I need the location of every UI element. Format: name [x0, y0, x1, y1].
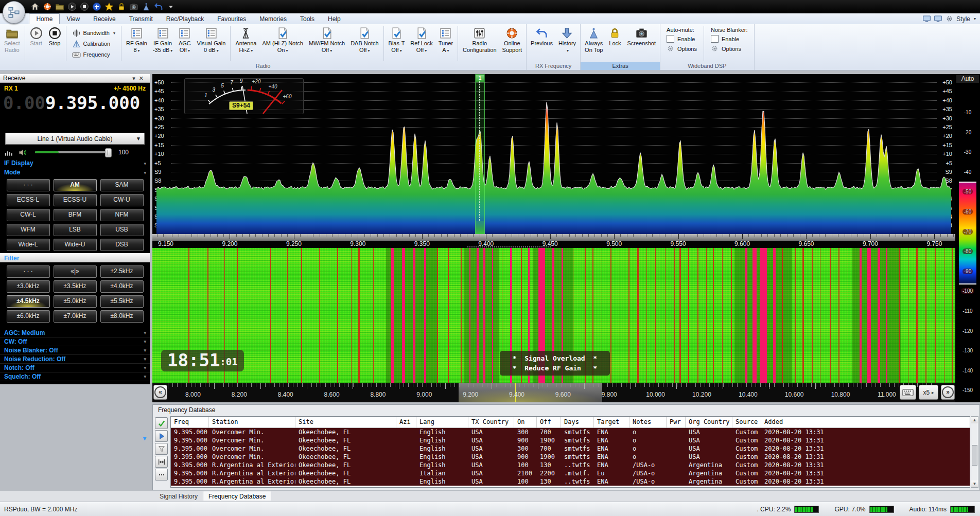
filter-button-3-5khz[interactable]: ±3.5kHz [54, 280, 97, 293]
table-row[interactable]: 9.395.000Overcomer Min.Okeechobee, FLEng… [171, 453, 970, 461]
panel-collapse-icon[interactable]: ▾ [132, 75, 139, 81]
style-button[interactable]: Style [956, 15, 970, 23]
mode-button-item[interactable]: · · · [7, 179, 50, 191]
column-header-tx-country[interactable]: TX Country [468, 417, 514, 428]
column-header-station[interactable]: Station [209, 417, 295, 428]
tuning-marker-label[interactable]: 1 [475, 74, 485, 82]
ribbon-button-select-radio[interactable]: SelectRadio [2, 25, 23, 62]
mode-button-sam[interactable]: SAM [100, 179, 144, 191]
column-header-site[interactable]: Site [295, 417, 396, 428]
mode-button-am[interactable]: AM [54, 179, 97, 191]
column-header-freq[interactable]: Freq [171, 417, 209, 428]
spectrum-display[interactable]: +50+50+45+45+40+40+35+35+30+30+25+25+20+… [152, 74, 955, 248]
mode-button-ecss-u[interactable]: ECSS-U [54, 194, 97, 206]
noise-blanker-options[interactable]: Options [711, 45, 748, 52]
ribbon-button-if-gain-35-db[interactable]: IF Gain-35 dB▾ [150, 25, 175, 62]
table-row[interactable]: 9.395.000Overcomer Min.Okeechobee, FLEng… [171, 444, 970, 453]
tab-tools[interactable]: Tools [293, 14, 321, 24]
ribbon-button-am-hi-z-notch-on[interactable]: AM (Hi-Z) NotchOn▾ [259, 25, 305, 62]
mode-button-cw-u[interactable]: CW-U [100, 194, 144, 206]
home-icon[interactable] [30, 2, 40, 11]
app-menu-button[interactable] [3, 1, 25, 24]
audio-device-select[interactable]: Line 1 (Virtual Audio Cable) ▼ [5, 133, 145, 145]
scrollbar-thumb[interactable] [972, 445, 977, 466]
frequency-display[interactable]: 0.009.395.000 [3, 93, 140, 113]
ribbon-button-screenshot[interactable]: Screenshot [624, 25, 658, 62]
mode-button-wfm[interactable]: WFM [7, 224, 50, 236]
volume-slider[interactable] [35, 151, 110, 153]
equalizer-icon[interactable] [4, 148, 14, 157]
tab-home[interactable]: Home [29, 13, 60, 24]
filter-button-5-0khz[interactable]: ±5.0kHz [54, 295, 97, 308]
band-scale-bar[interactable]: 8.0008.2008.4008.6008.8009.0009.2009.400… [152, 383, 955, 402]
section-if-display[interactable]: IF Display [4, 159, 33, 167]
auto-mute-options[interactable]: Options [667, 45, 697, 52]
filter-button-item[interactable]: «|» [54, 265, 97, 278]
tab-favourites[interactable]: Favourites [211, 14, 253, 24]
column-header-added[interactable]: Added [761, 417, 970, 428]
scroll-down-icon[interactable]: ▼ [971, 481, 978, 487]
monitor-2-icon[interactable] [934, 15, 942, 23]
volume-thumb[interactable] [105, 148, 112, 157]
panel-close-icon[interactable]: ✕ [139, 75, 147, 81]
section-mode[interactable]: Mode [4, 169, 20, 176]
mode-button-lsb[interactable]: LSB [54, 224, 97, 236]
ribbon-button-history[interactable]: History▾ [556, 25, 579, 62]
play-icon[interactable] [67, 2, 77, 11]
auto-mute-enable[interactable]: Enable [667, 35, 697, 43]
ribbon-button-start[interactable]: Start [27, 25, 45, 62]
ribbon-button-online-support[interactable]: OnlineSupport [500, 25, 525, 62]
tab-transmit[interactable]: Transmit [122, 14, 160, 24]
status-noise-reduction[interactable]: Noise Reduction: Off [0, 355, 150, 364]
table-row[interactable]: 9.395.000Overcomer Min.Okeechobee, FLEng… [171, 436, 970, 444]
mode-button-nfm[interactable]: NFM [100, 209, 144, 221]
table-row[interactable]: 9.395.000R.Argentina al ExteriorOkeechob… [171, 461, 970, 469]
ribbon-button-bandwidth[interactable]: Bandwidth▾ [72, 29, 115, 38]
tab-rec-playback[interactable]: Rec/Playback [160, 14, 211, 24]
table-row[interactable]: 9.395.000R.Argentina al ExteriorOkeechob… [171, 469, 970, 477]
column-header-pwr[interactable]: Pwr [667, 417, 686, 428]
checkbox-icon[interactable] [711, 35, 719, 43]
filter-expand-icon[interactable]: ▾ [143, 434, 146, 442]
filter-button-4-5khz[interactable]: ±4.5kHz [7, 295, 50, 308]
mode-button-usb[interactable]: USB [100, 224, 144, 236]
table-row[interactable]: 9.395.000R.Argentina al ExteriorOkeechob… [171, 477, 970, 486]
waterfall-palette-bar[interactable]: Auto -10-20-30-40-50-60-70-80-90-100-110… [955, 74, 980, 402]
column-header-notes[interactable]: Notes [629, 417, 667, 428]
column-header-lang[interactable]: Lang [416, 417, 468, 428]
status-notch[interactable]: Notch: Off [0, 364, 150, 372]
column-header-on[interactable]: On [514, 417, 537, 428]
antenna-icon[interactable] [142, 2, 151, 11]
filter-button-3-0khz[interactable]: ±3.0kHz [7, 280, 50, 293]
star-icon[interactable] [104, 2, 114, 11]
folder-icon[interactable] [55, 2, 64, 11]
undo-icon[interactable] [154, 2, 163, 11]
filter-button-2-5khz[interactable]: ±2.5kHz [100, 265, 144, 278]
ribbon-button-mw-fm-notch-off[interactable]: MW/FM NotchOff▾ [306, 25, 347, 62]
camera-icon[interactable] [129, 2, 138, 11]
ribbon-button-tuner-a[interactable]: TunerA▾ [436, 25, 456, 62]
more-options-button[interactable] [155, 469, 168, 481]
zoom-step-button[interactable]: x5 ▸ [919, 385, 938, 400]
mode-button-wide-l[interactable]: Wide-L [7, 239, 50, 251]
frequency-database-table[interactable]: FreqStationSiteAziLangTX CountryOnOffDay… [170, 416, 970, 488]
ribbon-button-previous[interactable]: Previous [528, 25, 555, 62]
mode-button-wide-u[interactable]: Wide-U [54, 239, 97, 251]
filter-button-6-0khz[interactable]: ±6.0kHz [7, 310, 50, 323]
status-squelch[interactable]: Squelch: Off [0, 372, 150, 381]
filter-button-7-0khz[interactable]: ±7.0kHz [54, 310, 97, 323]
column-header-source[interactable]: Source [732, 417, 761, 428]
fit-columns-button[interactable] [155, 456, 168, 468]
status-noise-blanker[interactable]: Noise Blanker: Off [0, 346, 150, 355]
bottom-tab-signal-history[interactable]: Signal History [154, 491, 203, 501]
status-cw[interactable]: CW: Off [0, 337, 150, 346]
monitor-1-icon[interactable] [922, 15, 931, 23]
tab-help[interactable]: Help [321, 14, 347, 24]
frequency-entry-button[interactable] [900, 385, 916, 400]
tab-receive[interactable]: Receive [86, 14, 122, 24]
caret-down-icon[interactable] [166, 2, 176, 11]
speaker-icon[interactable] [18, 148, 28, 157]
column-header-days[interactable]: Days [561, 417, 594, 428]
column-header-azi[interactable]: Azi [396, 417, 416, 428]
mode-button-bfm[interactable]: BFM [54, 209, 97, 221]
